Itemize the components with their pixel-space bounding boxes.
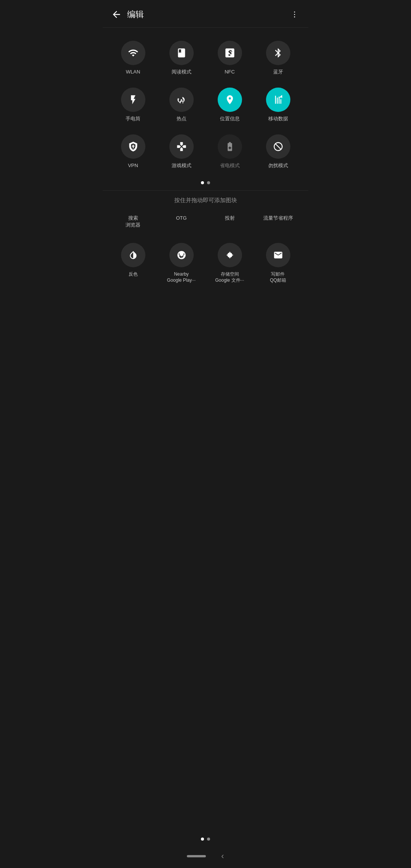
active-tiles-grid: WLAN阅读模式NFC蓝牙手电筒热点位置信息移动数据VPN游戏模式省电模式勿扰模… <box>109 37 302 174</box>
tile-game_mode[interactable]: 游戏模式 <box>157 131 206 174</box>
otg-label: OTG <box>176 215 186 222</box>
page-dots-2 <box>103 834 308 847</box>
tile-mobile_data[interactable]: 移动数据 <box>254 84 302 128</box>
back-icon <box>111 9 122 20</box>
reading-icon <box>169 41 194 65</box>
add-icon-tile-storage_files[interactable]: 存储空间 Google 文件··· <box>206 239 254 289</box>
hotspot-label: 热点 <box>177 116 186 122</box>
page-dot-1-1 <box>207 181 210 184</box>
add-tile-cast[interactable]: 投射 <box>206 212 254 231</box>
tile-wlan[interactable]: WLAN <box>109 37 157 81</box>
add-icon-tile-invert[interactable]: 反色 <box>109 239 157 289</box>
write_email-label: 写邮件 QQ邮箱 <box>270 271 286 283</box>
storage_files-label: 存储空间 Google 文件··· <box>215 271 244 283</box>
header: 编辑 <box>103 0 308 28</box>
add-icon-tile-nearby_play[interactable]: Nearby Google Play··· <box>157 239 206 289</box>
tile-bluetooth[interactable]: 蓝牙 <box>254 37 302 81</box>
data_saver-label: 流量节省程序 <box>263 215 293 222</box>
search_browser-label: 搜索 浏览器 <box>126 215 140 228</box>
tile-location[interactable]: 位置信息 <box>206 84 254 128</box>
game_mode-label: 游戏模式 <box>172 163 191 169</box>
tile-hotspot[interactable]: 热点 <box>157 84 206 128</box>
game_mode-icon <box>169 134 194 159</box>
nfc-label: NFC <box>225 69 235 75</box>
nav-back-button[interactable]: ‹ <box>221 851 224 861</box>
tile-vpn[interactable]: VPN <box>109 131 157 174</box>
invert-circle <box>121 243 145 267</box>
flashlight-icon <box>121 88 145 112</box>
add-icon-tile-write_email[interactable]: 写邮件 QQ邮箱 <box>254 239 302 289</box>
bluetooth-label: 蓝牙 <box>273 69 283 75</box>
battery_saver-icon <box>218 134 242 159</box>
vpn-label: VPN <box>128 163 138 169</box>
invert-label: 反色 <box>129 271 138 277</box>
add-hint: 按住并拖动即可添加图块 <box>109 197 302 204</box>
more-icon <box>290 10 299 19</box>
svg-point-0 <box>294 11 295 13</box>
tile-nfc[interactable]: NFC <box>206 37 254 81</box>
hotspot-icon <box>169 88 194 112</box>
add-tile-data_saver[interactable]: 流量节省程序 <box>254 212 302 231</box>
reading-label: 阅读模式 <box>172 69 191 75</box>
vpn-icon <box>121 134 145 159</box>
location-icon <box>218 88 242 112</box>
tile-reading[interactable]: 阅读模式 <box>157 37 206 81</box>
write_email-circle <box>266 243 290 267</box>
dnd-label: 勿扰模式 <box>268 163 288 169</box>
page-dot-2-0 <box>201 838 204 841</box>
page-title: 编辑 <box>124 9 287 20</box>
mobile_data-label: 移动数据 <box>268 116 288 122</box>
svg-point-2 <box>294 16 295 18</box>
storage_files-circle <box>218 243 242 267</box>
dnd-icon <box>266 134 290 159</box>
battery_saver-label: 省电模式 <box>220 163 240 169</box>
tile-flashlight[interactable]: 手电筒 <box>109 84 157 128</box>
home-button[interactable] <box>187 855 206 857</box>
bluetooth-icon <box>266 41 290 65</box>
flashlight-label: 手电筒 <box>126 116 140 122</box>
cast-label: 投射 <box>225 215 235 222</box>
location-label: 位置信息 <box>220 116 240 122</box>
add-tile-search_browser[interactable]: 搜索 浏览器 <box>109 212 157 231</box>
nfc-icon <box>218 41 242 65</box>
text-add-tiles-row: 搜索 浏览器OTG投射流量节省程序 <box>109 212 302 231</box>
page-dot-1-0 <box>201 181 204 184</box>
mobile_data-icon <box>266 88 290 112</box>
page-dot-2-1 <box>207 838 210 841</box>
svg-point-1 <box>294 14 295 15</box>
bottom-nav: ‹ <box>103 847 308 868</box>
wlan-icon <box>121 41 145 65</box>
add-section: 按住并拖动即可添加图块 搜索 浏览器OTG投射流量节省程序 反色Nearby G… <box>103 191 308 834</box>
active-tiles-section: WLAN阅读模式NFC蓝牙手电筒热点位置信息移动数据VPN游戏模式省电模式勿扰模… <box>103 28 308 177</box>
tile-dnd[interactable]: 勿扰模式 <box>254 131 302 174</box>
nearby_play-circle <box>169 243 194 267</box>
wlan-label: WLAN <box>126 69 140 75</box>
nearby_play-label: Nearby Google Play··· <box>167 271 196 283</box>
back-button[interactable] <box>109 7 124 22</box>
more-button[interactable] <box>287 7 302 22</box>
page-dots-1 <box>103 177 308 190</box>
tile-battery_saver[interactable]: 省电模式 <box>206 131 254 174</box>
icon-add-tiles-row: 反色Nearby Google Play···存储空间 Google 文件···… <box>109 239 302 289</box>
add-tile-otg[interactable]: OTG <box>157 212 206 231</box>
